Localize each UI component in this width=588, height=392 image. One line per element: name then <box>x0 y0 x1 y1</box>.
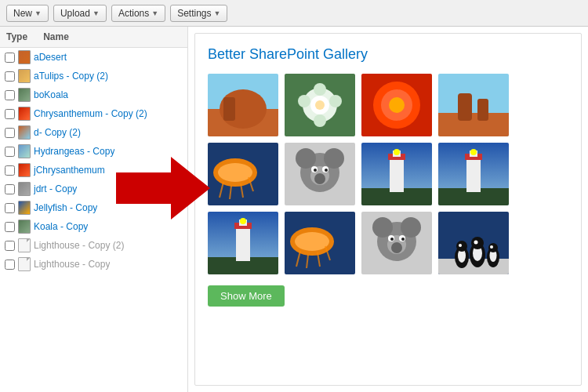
svg-point-86 <box>490 245 493 249</box>
sidebar-item-label: boKoala <box>34 89 68 100</box>
sidebar-item[interactable]: Jellyfish - Copy <box>0 198 187 217</box>
file-thumb-icon <box>18 163 31 177</box>
sidebar-item-label: jdrt - Copy <box>34 183 77 194</box>
gallery-thumb[interactable] <box>438 143 509 205</box>
svg-point-30 <box>296 148 316 169</box>
toolbar: New ▼ Upload ▼ Actions ▼ Settings ▼ <box>0 0 588 27</box>
col-name-header: Name <box>43 31 69 42</box>
svg-point-71 <box>390 238 394 241</box>
gallery-thumb[interactable] <box>285 212 355 274</box>
sidebar-item[interactable]: Lighthouse - Copy <box>0 255 187 274</box>
actions-label: Actions <box>118 8 149 19</box>
sidebar-item-label: Chrysanthemum - Copy (2) <box>34 108 147 119</box>
sidebar-item[interactable]: Hydrangeas - Copy <box>0 142 187 161</box>
svg-rect-52 <box>236 226 250 261</box>
sidebar-item-checkbox[interactable] <box>5 128 15 138</box>
file-thumb-icon <box>18 201 31 215</box>
svg-point-66 <box>401 217 421 238</box>
actions-button[interactable]: Actions ▼ <box>111 5 165 22</box>
sidebar-item-checkbox[interactable] <box>5 203 15 213</box>
sidebar-item[interactable]: boKoala <box>0 85 187 104</box>
upload-button[interactable]: Upload ▼ <box>53 5 107 22</box>
file-thumb-icon <box>18 125 31 140</box>
sidebar-item-label: aDesert <box>34 52 67 63</box>
svg-rect-20 <box>477 99 488 121</box>
sidebar-item[interactable]: jdrt - Copy <box>0 180 187 198</box>
settings-button[interactable]: Settings ▼ <box>170 5 227 22</box>
sidebar-item-label: aTulips - Copy (2) <box>34 71 108 82</box>
file-thumb-icon <box>18 144 31 158</box>
svg-point-10 <box>329 95 342 107</box>
sidebar-item-label: Jellyfish - Copy <box>34 202 97 213</box>
svg-point-9 <box>314 83 326 96</box>
sidebar-item-checkbox[interactable] <box>5 184 15 194</box>
sidebar-item-checkbox[interactable] <box>5 147 15 157</box>
svg-point-78 <box>459 244 462 247</box>
sidebar-item-checkbox[interactable] <box>5 53 15 63</box>
gallery-thumb[interactable] <box>361 143 432 205</box>
svg-rect-4 <box>223 97 235 121</box>
file-doc-icon <box>18 257 31 271</box>
sidebar-item-checkbox[interactable] <box>5 222 15 232</box>
sidebar-item[interactable]: d- Copy (2) <box>0 123 187 142</box>
sidebar-item-checkbox[interactable] <box>5 90 15 100</box>
file-doc-icon <box>18 238 31 252</box>
svg-point-16 <box>389 97 405 113</box>
sidebar-item-label: d- Copy (2) <box>34 127 81 138</box>
upload-caret: ▼ <box>93 9 100 17</box>
sidebar-item[interactable]: Chrysanthemum - Copy (2) <box>0 104 187 123</box>
svg-point-65 <box>372 217 393 238</box>
sidebar-item-label: jChrysanthemum <box>34 165 105 176</box>
sidebar-item[interactable]: Koala - Copy <box>0 217 187 236</box>
sidebar-item[interactable]: jChrysanthemum <box>0 161 187 180</box>
svg-point-37 <box>325 169 328 172</box>
sidebar-item[interactable]: Lighthouse - Copy (2) <box>0 236 187 255</box>
sidebar-item[interactable]: aTulips - Copy (2) <box>0 67 187 85</box>
sidebar-header: Type Name <box>0 27 187 48</box>
svg-point-72 <box>401 238 405 241</box>
svg-point-11 <box>298 95 310 107</box>
upload-label: Upload <box>60 8 90 19</box>
gallery-thumb[interactable] <box>438 212 509 274</box>
sidebar-item-checkbox[interactable] <box>5 109 15 119</box>
svg-point-12 <box>314 114 326 127</box>
svg-point-31 <box>324 148 344 169</box>
sidebar-item-label: Lighthouse - Copy (2) <box>34 240 124 251</box>
gallery-thumb[interactable] <box>208 212 278 274</box>
gallery-thumb[interactable] <box>285 143 355 205</box>
sidebar-item-checkbox[interactable] <box>5 241 15 251</box>
new-caret: ▼ <box>34 9 42 17</box>
sidebar-item-checkbox[interactable] <box>5 260 15 270</box>
gallery-title: Better SharePoint Gallery <box>208 46 568 63</box>
show-more-button[interactable]: Show More <box>208 285 285 307</box>
svg-point-33 <box>314 173 325 184</box>
gallery-thumb[interactable] <box>208 143 278 205</box>
svg-point-77 <box>456 241 467 252</box>
file-thumb-icon <box>18 69 31 83</box>
gallery-panel: Better SharePoint Gallery <box>194 33 582 386</box>
sidebar-item-label: Koala - Copy <box>34 221 88 232</box>
sidebar-item-checkbox[interactable] <box>5 71 15 82</box>
settings-label: Settings <box>177 8 211 19</box>
svg-point-8 <box>315 100 325 110</box>
gallery-thumb[interactable] <box>438 74 509 136</box>
gallery-thumb[interactable] <box>361 74 432 136</box>
file-thumb-icon <box>18 107 31 121</box>
svg-point-68 <box>391 242 402 253</box>
sidebar-item-checkbox[interactable] <box>5 165 15 176</box>
actions-caret: ▼ <box>151 9 158 17</box>
svg-point-23 <box>218 163 252 182</box>
gallery-thumb[interactable] <box>285 74 355 136</box>
gallery-thumb[interactable] <box>361 212 432 274</box>
sidebar-item[interactable]: aDesert <box>0 48 187 67</box>
sidebar: Type Name aDesertaTulips - Copy (2)boKoa… <box>0 27 188 392</box>
file-thumb-icon <box>18 50 31 64</box>
svg-point-43 <box>394 149 400 155</box>
svg-rect-40 <box>390 157 404 192</box>
file-thumb-icon <box>18 182 31 196</box>
gallery-thumb[interactable] <box>208 74 278 136</box>
svg-point-82 <box>474 241 478 245</box>
new-button[interactable]: New ▼ <box>6 5 49 22</box>
file-thumb-icon <box>18 220 31 234</box>
svg-rect-18 <box>438 113 509 136</box>
